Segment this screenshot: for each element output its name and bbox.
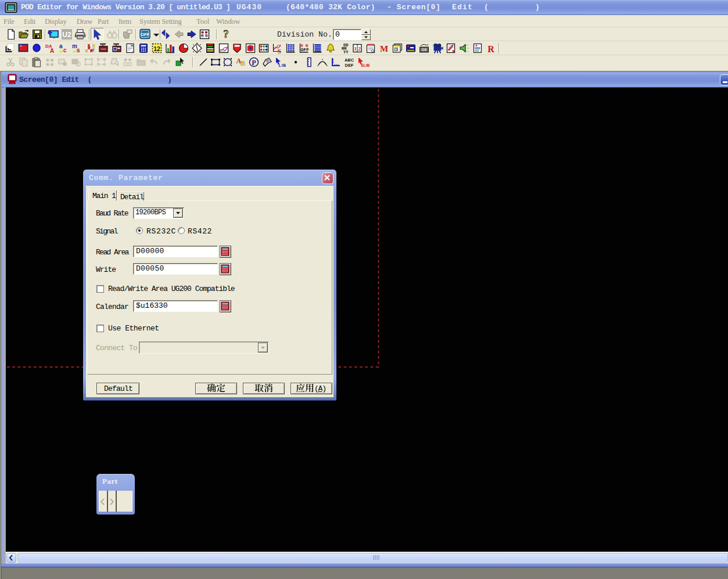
svg-text:s: s bbox=[77, 47, 80, 53]
svg-text:YY: YY bbox=[343, 50, 349, 55]
svg-text:a: a bbox=[59, 43, 63, 49]
svg-text:R: R bbox=[487, 44, 494, 54]
svg-text:B: B bbox=[240, 59, 245, 67]
svg-text:c: c bbox=[63, 47, 67, 53]
svg-text:OFF: OFF bbox=[141, 32, 149, 37]
svg-text:A: A bbox=[50, 48, 54, 54]
svg-text:?: ? bbox=[223, 28, 229, 39]
svg-text:2: 2 bbox=[358, 46, 361, 52]
svg-text:DEF: DEF bbox=[345, 63, 354, 68]
svg-text:M: M bbox=[91, 48, 94, 52]
svg-text:S: S bbox=[278, 48, 281, 55]
svg-text:12: 12 bbox=[153, 45, 160, 52]
svg-text:M: M bbox=[380, 44, 388, 53]
svg-text:SLIB: SLIB bbox=[361, 63, 370, 67]
svg-text:OX: OX bbox=[421, 48, 427, 52]
svg-text:LIB: LIB bbox=[279, 63, 286, 67]
svg-text:U2: U2 bbox=[62, 31, 71, 39]
svg-text:P: P bbox=[252, 59, 256, 67]
svg-text:OFF: OFF bbox=[301, 47, 310, 52]
svg-text:1: 1 bbox=[354, 46, 357, 52]
